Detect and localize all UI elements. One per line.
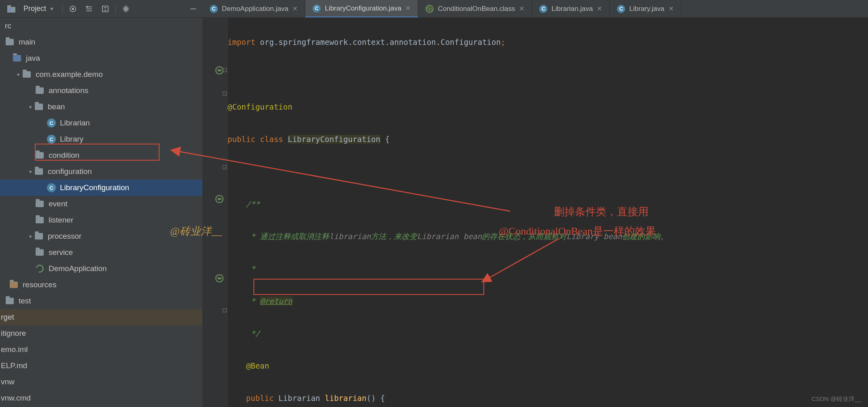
code-token: LibraryConfiguration [288, 135, 381, 144]
chevron-down-icon[interactable]: ▾ [15, 72, 22, 78]
code-token: import [228, 38, 255, 47]
tree-label: com.example.demo [36, 70, 103, 79]
tab-library[interactable]: C Library.java ✕ [610, 0, 681, 17]
project-label: Project [23, 4, 46, 13]
collapse-all-icon[interactable] [99, 3, 111, 15]
expand-all-icon[interactable] [83, 3, 95, 15]
tree-folder-rc[interactable]: rc [0, 18, 202, 34]
csdn-watermark: CSDN @砖业洋__ [811, 395, 862, 403]
svg-point-4 [72, 8, 74, 10]
tree-label: rget [1, 313, 14, 322]
tree-label: vnw.cmd [1, 394, 31, 403]
tree-package-event[interactable]: event [0, 196, 202, 212]
tree-file-helpmd[interactable]: ELP.md [0, 358, 202, 374]
close-icon[interactable]: ✕ [292, 5, 298, 13]
java-class-icon: C [47, 135, 56, 144]
editor-tabs: C DemoApplication.java ✕ C LibraryConfig… [202, 0, 868, 18]
fold-icon[interactable]: - [223, 68, 227, 72]
tree-label: processor [48, 232, 81, 241]
close-icon[interactable]: ✕ [597, 5, 602, 13]
tree-class-librarian[interactable]: C Librarian [0, 115, 202, 131]
tree-file-gitignore[interactable]: itignore [0, 325, 202, 341]
svg-rect-0 [7, 7, 15, 13]
fold-icon[interactable]: - [223, 165, 227, 169]
tree-folder-target[interactable]: rget [0, 309, 202, 325]
tree-label: rc [5, 21, 11, 30]
tab-conditionalonbean[interactable]: @ ConditionalOnBean.class ✕ [418, 0, 532, 17]
tree-label: service [49, 248, 73, 257]
tree-label: LibraryConfiguration [60, 183, 129, 192]
annotation-box-conditional [253, 279, 484, 295]
tree-label: test [19, 297, 31, 305]
tree-folder-java[interactable]: java [0, 50, 202, 66]
project-toolbar: Project ▼ [0, 0, 202, 18]
tree-label: Library [60, 135, 83, 144]
spring-bean-gutter-icon[interactable] [215, 274, 224, 283]
code-token: */ [246, 329, 260, 338]
code-content[interactable]: import org.springframework.context.annot… [228, 18, 868, 407]
close-icon[interactable]: ✕ [519, 5, 524, 13]
tree-package-annotations[interactable]: annotations [0, 83, 202, 99]
code-token: * 通过注释或取消注释 [246, 232, 329, 241]
tree-folder-main[interactable]: main [0, 34, 202, 50]
project-icon [6, 4, 16, 14]
package-icon [36, 249, 44, 256]
watermark-text: @砖业洋__ [170, 224, 222, 238]
tree-file-mvnw[interactable]: vnw [0, 374, 202, 390]
code-token: @Configuration [228, 102, 292, 111]
spring-bean-gutter-icon[interactable] [215, 195, 224, 204]
tree-folder-resources[interactable]: resources [0, 277, 202, 293]
tree-folder-test[interactable]: test [0, 293, 202, 309]
project-tree[interactable]: rc main java ▾ com.example.demo annotati… [0, 18, 202, 407]
package-icon [23, 71, 31, 78]
tab-librarian[interactable]: C Librarian.java ✕ [532, 0, 610, 17]
tree-label: bean [48, 102, 65, 111]
separator [115, 4, 116, 14]
tab-libraryconfiguration[interactable]: C LibraryConfiguration.java ✕ [305, 0, 418, 17]
folder-icon [6, 298, 14, 304]
tab-label: LibraryConfiguration.java [325, 4, 401, 13]
code-token: public class [228, 135, 288, 144]
close-icon[interactable]: ✕ [668, 5, 674, 13]
tab-label: DemoApplication.java [222, 5, 288, 13]
chevron-down-icon: ▼ [49, 6, 54, 12]
tree-label: event [49, 199, 67, 208]
code-editor[interactable]: - - - - import org.springframework.conte… [202, 18, 868, 407]
fold-icon[interactable]: - [223, 308, 227, 312]
code-token: @Bean [246, 361, 269, 370]
close-icon[interactable]: ✕ [405, 4, 411, 12]
tree-class-libraryconfiguration[interactable]: C LibraryConfiguration [0, 180, 202, 196]
java-class-icon: C [617, 5, 625, 13]
tab-label: Library.java [629, 5, 664, 13]
hide-panel-icon[interactable] [187, 3, 199, 15]
tree-package-service[interactable]: service [0, 244, 202, 261]
package-icon [36, 217, 44, 223]
spring-boot-icon [34, 263, 45, 274]
tree-package-configuration[interactable]: ▾ configuration [0, 163, 202, 180]
code-token: librarian [325, 394, 366, 403]
separator [62, 4, 63, 14]
editor-gutter: - - - - [202, 18, 228, 407]
tree-package-demo[interactable]: ▾ com.example.demo [0, 66, 202, 83]
svg-rect-2 [9, 8, 11, 11]
chevron-down-icon[interactable]: ▾ [27, 104, 34, 110]
project-dropdown[interactable]: Project ▼ [2, 2, 58, 15]
tree-package-bean[interactable]: ▾ bean [0, 99, 202, 115]
code-token: public [246, 394, 274, 403]
svg-rect-1 [7, 5, 11, 7]
tree-file-iml[interactable]: emo.iml [0, 341, 202, 358]
fold-icon[interactable]: - [223, 91, 227, 95]
tab-demoapplication[interactable]: C DemoApplication.java ✕ [202, 0, 305, 17]
chevron-right-icon[interactable]: ▾ [27, 233, 34, 240]
code-token: /** [246, 199, 260, 208]
tree-label: Librarian [60, 119, 90, 127]
tree-label: ELP.md [1, 361, 27, 370]
select-open-file-icon[interactable] [67, 3, 79, 15]
package-icon [35, 104, 43, 110]
chevron-down-icon[interactable]: ▾ [27, 169, 34, 175]
folder-icon [6, 39, 14, 45]
tree-class-demoapplication[interactable]: DemoApplication [0, 261, 202, 277]
tree-file-mvnwcmd[interactable]: vnw.cmd [0, 390, 202, 406]
gear-icon[interactable] [120, 3, 132, 15]
code-token: Librarian [274, 394, 325, 403]
